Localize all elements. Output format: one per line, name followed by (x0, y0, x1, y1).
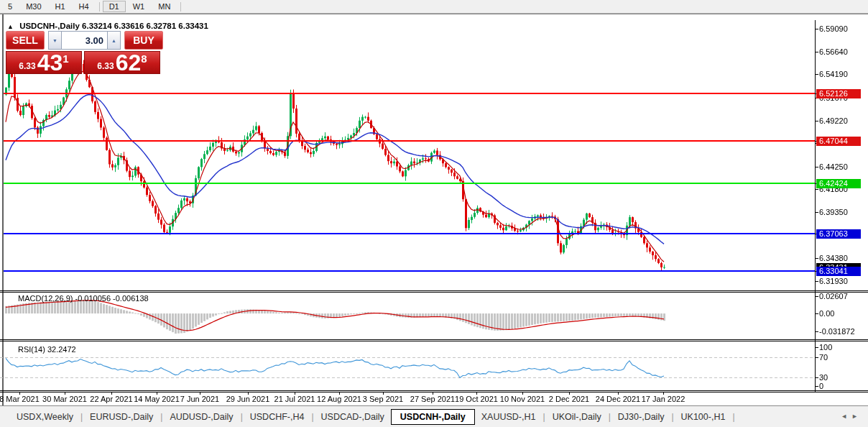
trading-terminal: 5M30H1H4D1W1MN ▲ USDCNH-,Daily 6.33214 6… (0, 0, 868, 427)
price-axis-tick: 6.59090 (819, 24, 848, 34)
volume-decrease-button[interactable]: ▼ (48, 31, 62, 50)
level-price-badge[interactable]: 6.33041 (816, 267, 861, 276)
volume-stepper: ▼ 3.00 ▲ (48, 31, 121, 50)
tab-separator: | (543, 412, 545, 422)
tab-audusd-daily[interactable]: AUDUSD-,Daily (163, 410, 239, 424)
macd-axis-tick: -0.031872 (819, 327, 855, 336)
macd-indicator-label: MACD(12,26,9) -0.010056 -0.006138 (18, 294, 149, 303)
chart-title: ▲ USDCNH-,Daily 6.33214 6.33616 6.32781 … (7, 22, 208, 30)
tab-separator: | (80, 412, 83, 422)
pane-separator-line[interactable] (0, 339, 868, 340)
date-axis-label: 7 Jun 2021 (180, 395, 219, 403)
price-axis-tick: 6.31930 (819, 277, 848, 286)
pane-separator-line[interactable] (0, 392, 868, 392)
tab-eurusd-daily[interactable]: EURUSD-,Daily (83, 410, 160, 424)
sell-button[interactable]: SELL (6, 31, 45, 50)
volume-input[interactable]: 3.00 (62, 31, 107, 50)
tab-separator: | (732, 412, 734, 422)
price-axis-tick: 6.34380 (819, 254, 848, 263)
pane-separator-line[interactable] (0, 341, 868, 341)
date-axis-label: 30 Mar 2021 (42, 395, 87, 403)
date-axis-label: 12 Aug 2021 (317, 395, 361, 403)
tab-ukoil-daily[interactable]: UKOil-,Daily (546, 410, 608, 424)
chevron-down-icon: ▼ (52, 38, 57, 43)
pane-separator-line[interactable] (0, 292, 868, 293)
tab-usdcad-daily[interactable]: USDCAD-,Daily (315, 410, 391, 424)
price-axis-tick: 6.44250 (819, 162, 848, 172)
tab-separator: | (241, 412, 243, 422)
date-axis-label: 29 Jun 2021 (226, 395, 270, 403)
date-axis-label: 21 Jul 2021 (274, 395, 315, 403)
tab-separator: | (671, 412, 673, 422)
date-axis-label: 14 May 2021 (134, 395, 180, 403)
sell-price-prefix: 6.33 (19, 61, 35, 71)
rsi-axis-tick: 0 (819, 382, 823, 391)
one-click-trade-panel: SELL ▼ 3.00 ▲ BUY 6.33 43 1 6.33 62 8 (6, 31, 163, 74)
tab-dj30-daily[interactable]: DJ30-,Daily (611, 410, 671, 424)
pane-separator-line[interactable] (0, 290, 868, 291)
date-axis-label: 24 Dec 2021 (596, 395, 640, 403)
level-price-badge[interactable]: 6.37063 (816, 229, 861, 239)
buy-button[interactable]: BUY (124, 31, 163, 50)
chart-tab-bar: USDX,Weekly|EURUSD-,Daily|AUDUSD-,Daily|… (0, 405, 868, 427)
buy-price-display[interactable]: 6.33 62 8 (84, 51, 160, 74)
macd-axis-tick: 0.02607 (819, 292, 848, 301)
date-axis-label: 8 Mar 2021 (0, 395, 40, 403)
volume-increase-button[interactable]: ▲ (107, 31, 121, 50)
level-price-badge[interactable]: 6.52126 (816, 89, 861, 98)
price-axis-tick: 6.56640 (819, 47, 848, 57)
tab-separator: | (609, 412, 611, 422)
chevron-up-icon: ▲ (111, 38, 116, 43)
rsi-axis-tick: 100 (819, 343, 832, 352)
date-axis-label: 3 Sep 2021 (363, 395, 403, 403)
tab-xauusd-h1[interactable]: XAUUSD-,H1 (475, 410, 542, 424)
sell-price-display[interactable]: 6.33 43 1 (6, 51, 82, 74)
tab-usdx-weekly[interactable]: USDX,Weekly (10, 410, 80, 424)
date-axis-label: 2 Dec 2021 (549, 395, 589, 403)
buy-price-prefix: 6.33 (97, 61, 114, 71)
buy-price-point: 8 (141, 52, 147, 65)
price-axis-tick: 6.49220 (819, 116, 848, 126)
date-axis-label: 19 Oct 2021 (455, 395, 498, 403)
tab-scroll-arrows[interactable]: ◄► (841, 413, 862, 420)
macd-axis-tick: 0.00 (819, 309, 834, 318)
buy-price-pips: 62 (116, 52, 142, 73)
tab-usdcnh-daily[interactable]: USDCNH-,Daily (391, 409, 475, 425)
collapse-triangle-icon[interactable]: ▲ (7, 23, 14, 30)
price-axis-tick: 6.39350 (819, 208, 848, 217)
date-axis-label: 22 Apr 2021 (90, 395, 132, 403)
price-axis-tick: 6.54190 (819, 70, 848, 79)
date-axis-label: 17 Jan 2022 (642, 395, 685, 403)
tab-uk100-h1[interactable]: UK100-,H1 (675, 410, 732, 424)
chart-symbol-label: USDCNH-,Daily (19, 22, 80, 30)
rsi-axis-tick: 70 (819, 353, 828, 362)
tab-separator: | (311, 412, 313, 422)
pane-separator-line[interactable] (0, 390, 868, 391)
tab-separator: | (160, 412, 162, 422)
sell-price-point: 1 (63, 52, 68, 65)
level-price-badge[interactable]: 6.47044 (816, 137, 861, 146)
date-axis-label: 10 Nov 2021 (500, 395, 545, 403)
sell-price-pips: 43 (37, 52, 63, 73)
level-price-badge[interactable]: 6.42424 (816, 179, 861, 188)
tab-usdchf-h4[interactable]: USDCHF-,H4 (244, 410, 311, 424)
rsi-indicator-label: RSI(14) 32.2472 (18, 345, 76, 354)
date-axis-label: 27 Sep 2021 (410, 395, 455, 403)
chart-ohlc-values: 6.33214 6.33616 6.32781 6.33431 (82, 22, 208, 30)
